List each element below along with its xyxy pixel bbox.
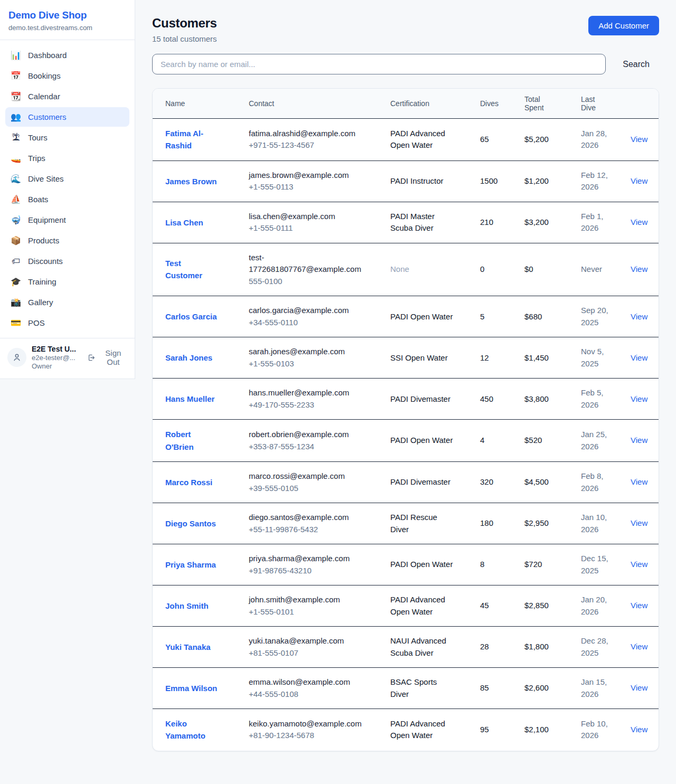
user-meta: E2E Test U... e2e-tester@... Owner	[32, 345, 86, 370]
customer-dives: 95	[480, 725, 489, 734]
brand-name[interactable]: Demo Dive Shop	[8, 10, 126, 21]
view-link[interactable]: View	[631, 683, 647, 692]
sidebar-item-pos[interactable]: 💳 POS	[5, 313, 129, 333]
customer-certification: SSI Open Water	[390, 353, 448, 362]
sidebar-item-gallery[interactable]: 📸 Gallery	[5, 292, 129, 312]
col-header-name: Name	[153, 89, 242, 119]
sidebar-item-customers[interactable]: 👥 Customers	[5, 107, 129, 127]
customer-certification: NAUI Advanced Scuba Diver	[390, 636, 446, 657]
wave-icon: 🌊	[11, 175, 21, 183]
customer-dives: 320	[480, 477, 493, 486]
sidebar-item-label: Boats	[28, 195, 48, 204]
customer-name-link[interactable]: Diego Santos	[165, 517, 216, 530]
calendar-icon: 📅	[11, 72, 21, 80]
brand-block: Demo Dive Shop demo.test.divestreams.com	[0, 0, 135, 40]
table-row: Emma Wilson emma.wilson@example.com +44-…	[153, 668, 659, 709]
search-button[interactable]: Search	[613, 55, 659, 73]
customer-name-link[interactable]: Hans Mueller	[165, 393, 214, 405]
view-link[interactable]: View	[631, 642, 647, 651]
customer-email: fatima.alrashid@example.com	[249, 128, 363, 140]
customer-name-link[interactable]: Lisa Chen	[165, 216, 203, 229]
customer-name-link[interactable]: Marco Rossi	[165, 476, 212, 488]
view-link[interactable]: View	[631, 436, 647, 445]
customer-name-link[interactable]: Carlos Garcia	[165, 310, 217, 323]
view-link[interactable]: View	[631, 394, 647, 403]
sidebar-item-trips[interactable]: 🚤 Trips	[5, 148, 129, 168]
sidebar: Demo Dive Shop demo.test.divestreams.com…	[0, 0, 135, 379]
view-link[interactable]: View	[631, 477, 647, 486]
customer-name-link[interactable]: Test Customer	[165, 257, 219, 282]
customer-certification: PADI Open Water	[390, 312, 453, 321]
search-input[interactable]	[152, 54, 606, 74]
sidebar-item-bookings[interactable]: 📅 Bookings	[5, 66, 129, 86]
sidebar-item-equipment[interactable]: 🤿 Equipment	[5, 210, 129, 230]
view-link[interactable]: View	[631, 218, 647, 226]
view-link[interactable]: View	[631, 265, 647, 273]
customer-phone: +1-555-0103	[249, 358, 363, 370]
customer-phone: +353-87-555-1234	[249, 441, 363, 453]
customer-total-spent: $3,800	[524, 394, 549, 403]
user-role: Owner	[32, 362, 86, 370]
view-link[interactable]: View	[631, 518, 647, 527]
sign-out-icon	[87, 353, 96, 362]
customer-name-link[interactable]: Robert O'Brien	[165, 428, 219, 453]
customer-dives: 65	[480, 135, 489, 144]
sidebar-item-discounts[interactable]: 🏷 Discounts	[5, 251, 129, 271]
col-header-dives: Dives	[474, 89, 518, 119]
customer-total-spent: $0	[524, 265, 533, 273]
customer-last-dive: Jan 10, 2026	[581, 513, 607, 534]
customer-last-dive: Feb 10, 2026	[581, 719, 608, 740]
view-link[interactable]: View	[631, 353, 647, 362]
customer-dives: 1500	[480, 176, 497, 185]
customer-last-dive: Jan 25, 2026	[581, 430, 607, 451]
view-link[interactable]: View	[631, 560, 647, 569]
view-link[interactable]: View	[631, 135, 647, 144]
view-link[interactable]: View	[631, 725, 647, 734]
table-row: Sarah Jones sarah.jones@example.com +1-5…	[153, 337, 659, 379]
sidebar-item-dashboard[interactable]: 📊 Dashboard	[5, 45, 129, 65]
customer-name-link[interactable]: Emma Wilson	[165, 682, 217, 694]
customer-last-dive: Feb 1, 2026	[581, 212, 604, 233]
view-link[interactable]: View	[631, 601, 647, 610]
page-header: Customers 15 total customers Add Custome…	[152, 16, 659, 43]
col-header-last-dive: Last Dive	[575, 89, 631, 119]
customer-name-link[interactable]: John Smith	[165, 600, 209, 612]
customer-name-link[interactable]: James Brown	[165, 175, 217, 187]
sidebar-item-training[interactable]: 🎓 Training	[5, 272, 129, 291]
view-link[interactable]: View	[631, 312, 647, 321]
sidebar-item-boats[interactable]: ⛵ Boats	[5, 190, 129, 209]
sidebar-item-tours[interactable]: 🏝 Tours	[5, 128, 129, 147]
camera-icon: 📸	[11, 298, 21, 307]
customer-total-spent: $520	[524, 436, 542, 445]
sidebar-item-label: Discounts	[28, 257, 63, 266]
customer-name-link[interactable]: Priya Sharma	[165, 559, 216, 571]
add-customer-button[interactable]: Add Customer	[588, 16, 659, 35]
sidebar-item-label: Dashboard	[28, 51, 67, 60]
table-row: Keiko Yamamoto keiko.yamamoto@example.co…	[153, 709, 659, 751]
table-row: Yuki Tanaka yuki.tanaka@example.com +81-…	[153, 627, 659, 668]
sidebar-item-calendar[interactable]: 📆 Calendar	[5, 87, 129, 106]
view-link[interactable]: View	[631, 176, 647, 185]
sidebar-item-products[interactable]: 📦 Products	[5, 231, 129, 250]
customer-name-link[interactable]: Fatima Al-Rashid	[165, 127, 219, 152]
customer-name-link[interactable]: Sarah Jones	[165, 352, 212, 364]
col-header-action	[631, 89, 659, 119]
package-icon: 📦	[11, 237, 21, 245]
brand-domain: demo.test.divestreams.com	[8, 24, 126, 32]
customer-name-link[interactable]: Keiko Yamamoto	[165, 717, 219, 742]
customer-name-link[interactable]: Yuki Tanaka	[165, 641, 211, 653]
customer-last-dive: Sep 20, 2025	[581, 306, 608, 327]
table-row: Carlos Garcia carlos.garcia@example.com …	[153, 296, 659, 337]
diving-mask-icon: 🤿	[11, 216, 21, 224]
customer-last-dive: Feb 5, 2026	[581, 388, 604, 409]
customer-phone: +44-555-0108	[249, 688, 363, 701]
table-row: Lisa Chen lisa.chen@example.com +1-555-0…	[153, 202, 659, 243]
customer-dives: 85	[480, 683, 489, 692]
customer-certification: PADI Master Scuba Diver	[390, 212, 435, 233]
col-header-contact: Contact	[242, 89, 384, 119]
customer-email: yuki.tanaka@example.com	[249, 635, 363, 647]
sign-out-button[interactable]: Sign Out	[87, 348, 127, 366]
customer-last-dive: Feb 12, 2026	[581, 171, 608, 192]
sidebar-item-dive-sites[interactable]: 🌊 Dive Sites	[5, 169, 129, 188]
table-row: Robert O'Brien robert.obrien@example.com…	[153, 420, 659, 462]
